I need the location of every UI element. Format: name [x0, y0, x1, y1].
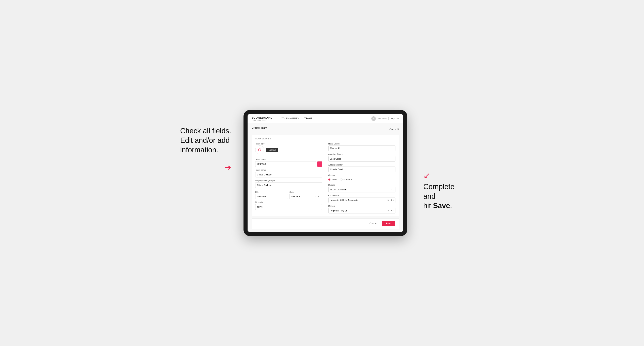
logo-area: C Upload — [255, 146, 322, 154]
main-content: Create Team Cancel ✕ TEAM DETAILS — [248, 123, 403, 232]
colour-swatch[interactable] — [317, 161, 322, 167]
section-label: TEAM DETAILS — [255, 138, 396, 140]
display-name-input[interactable] — [255, 182, 322, 188]
right-annotation-text: Complete and hit Save. — [424, 182, 464, 210]
conference-label: Conference — [328, 194, 396, 197]
gender-womens-label: Womens — [343, 178, 352, 181]
zip-label: Zip code — [255, 201, 322, 203]
right-line1: Complete and — [424, 182, 454, 200]
city-group: City — [255, 190, 288, 199]
nav-tournaments[interactable]: TOURNAMENTS — [279, 114, 302, 123]
form-footer: Cancel Save — [252, 218, 399, 229]
team-name-label: Team name — [255, 169, 322, 171]
navbar: SCOREBOARD Powered by clippd TOURNAMENTS… — [248, 114, 403, 123]
athletic-director-group: Athletic Director — [328, 164, 396, 172]
conference-group: Conference University Athletic Associati… — [328, 194, 396, 203]
zip-input[interactable] — [255, 204, 322, 210]
team-colour-label: Team colour — [255, 159, 322, 161]
head-coach-group: Head Coach — [328, 143, 396, 151]
tablet-frame: SCOREBOARD Powered by clippd TOURNAMENTS… — [244, 110, 407, 236]
team-logo-label: Team logo — [255, 143, 322, 145]
sign-out-link[interactable]: Sign out — [391, 117, 399, 120]
cancel-top-button[interactable]: Cancel ✕ — [389, 128, 399, 131]
region-group: Region Region II - (M) DIII ✕ ⬆⬇ — [328, 205, 396, 213]
region-label: Region — [328, 205, 396, 207]
user-name: Test User — [378, 117, 387, 120]
annotation-line3: information. — [180, 146, 218, 154]
gender-mens-label: Mens — [332, 178, 337, 181]
right-annotation: ↙ Complete and hit Save. — [419, 110, 464, 210]
assistant-coach-group: Assistant Coach — [328, 153, 396, 162]
right-period: . — [450, 201, 452, 210]
city-state-row: City State New York ✕ — [255, 190, 322, 199]
left-arrow-icon: ➔ — [180, 163, 231, 172]
region-select[interactable]: Region II - (M) DIII ✕ ⬆⬇ — [328, 208, 396, 213]
form-card: TEAM DETAILS Team logo C — [252, 135, 399, 216]
state-arrow-icon: ⬆⬇ — [318, 195, 321, 197]
zip-group: Zip code — [255, 201, 322, 210]
region-clear-icon[interactable]: ✕ — [387, 210, 389, 212]
city-state-group: City State New York ✕ — [255, 190, 322, 199]
right-line2: hit — [424, 201, 433, 210]
cancel-top-label: Cancel — [389, 128, 396, 131]
assistant-coach-input[interactable] — [328, 156, 396, 162]
user-avatar: T — [371, 116, 376, 121]
nav-right: T Test User | Sign out — [371, 116, 399, 121]
gender-womens-option[interactable]: Womens — [340, 178, 352, 181]
head-coach-label: Head Coach — [328, 143, 396, 145]
gender-mens-option[interactable]: Mens — [328, 178, 337, 181]
conference-arrow-icon: ⬆⬇ — [391, 199, 394, 201]
conference-value: University Athletic Association — [330, 199, 387, 201]
user-separator: | — [388, 117, 389, 120]
cancel-button[interactable]: Cancel — [367, 221, 380, 226]
state-clear-icon[interactable]: ✕ — [314, 195, 316, 198]
gender-womens-radio[interactable] — [340, 178, 342, 181]
gender-mens-radio[interactable] — [328, 178, 331, 181]
page-header: Create Team Cancel ✕ — [252, 126, 399, 132]
state-group: State New York ✕ ⬆⬇ — [290, 190, 322, 199]
display-name-label: Display name (unique) — [255, 179, 322, 182]
team-colour-input[interactable] — [255, 161, 316, 167]
save-button[interactable]: Save — [382, 221, 395, 226]
nav-links: TOURNAMENTS TEAMS — [279, 114, 371, 123]
team-logo-group: Team logo C Upload — [255, 143, 322, 157]
team-colour-group: Team colour — [255, 159, 322, 167]
team-name-group: Team name — [255, 169, 322, 177]
head-coach-input[interactable] — [328, 146, 396, 151]
athletic-director-label: Athletic Director — [328, 164, 396, 166]
annotation-line2: Edit and/or add — [180, 136, 230, 145]
team-name-input[interactable] — [255, 172, 322, 177]
page-title: Create Team — [252, 126, 267, 129]
division-label: Division — [328, 184, 396, 186]
right-arrow-icon: ↙ — [424, 171, 464, 180]
upload-button[interactable]: Upload — [266, 148, 278, 152]
gender-group: Gender Mens Womens — [328, 174, 396, 182]
athletic-director-input[interactable] — [328, 167, 396, 172]
logo-circle: C — [255, 146, 264, 154]
assistant-coach-label: Assistant Coach — [328, 153, 396, 155]
state-label: State — [290, 191, 294, 193]
region-divider — [390, 209, 390, 212]
conference-select[interactable]: University Athletic Association ✕ ⬆⬇ — [328, 197, 396, 203]
right-bold: Save — [433, 201, 450, 210]
brand-title: SCOREBOARD — [252, 116, 273, 119]
city-input[interactable] — [255, 194, 288, 199]
state-value: New York — [291, 195, 314, 198]
left-annotation: Check all fields. Edit and/or add inform… — [180, 110, 231, 172]
city-label: City — [255, 191, 259, 193]
brand-subtitle: Powered by clippd — [252, 119, 273, 121]
region-value: Region II - (M) DIII — [330, 209, 387, 212]
brand: SCOREBOARD Powered by clippd — [252, 116, 273, 121]
gender-radio-group: Mens Womens — [328, 177, 396, 182]
annotation-line1: Check all fields. — [180, 127, 231, 135]
form-right: Head Coach Assistant Coach Athletic Dire… — [328, 143, 396, 213]
state-select[interactable]: New York ✕ ⬆⬇ — [290, 194, 322, 199]
nav-teams[interactable]: TEAMS — [302, 114, 315, 123]
region-controls: ✕ ⬆⬇ — [387, 209, 394, 212]
conference-clear-icon[interactable]: ✕ — [387, 199, 389, 201]
cancel-x-icon: ✕ — [397, 128, 399, 131]
logo-letter: C — [258, 148, 261, 152]
display-name-group: Display name (unique) — [255, 179, 322, 188]
division-select[interactable]: NCAA Division III — [328, 187, 396, 192]
state-controls: ✕ ⬆⬇ — [314, 195, 321, 198]
